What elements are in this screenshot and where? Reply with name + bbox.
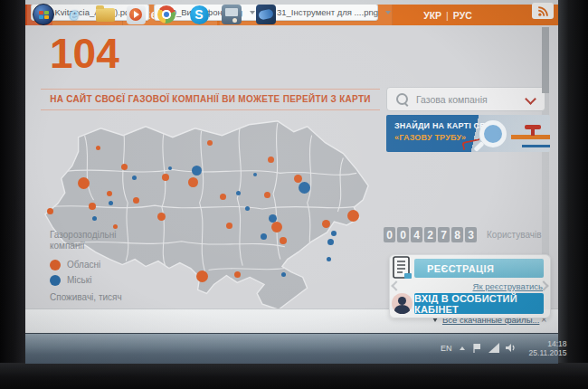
map-marker[interactable] [96, 146, 100, 150]
map-marker[interactable] [188, 177, 198, 187]
map-marker[interactable] [192, 166, 202, 176]
map-marker[interactable] [220, 194, 226, 200]
map-marker[interactable] [299, 182, 310, 194]
rss-icon [537, 5, 549, 17]
map-marker[interactable] [47, 208, 53, 214]
how-to-register-link[interactable]: Як реєструватись [414, 281, 543, 291]
map-marker[interactable] [236, 191, 241, 195]
speaker-icon[interactable] [506, 343, 517, 353]
map-marker[interactable] [331, 231, 337, 236]
taskbar-explorer[interactable] [94, 4, 116, 25]
map-marker[interactable] [347, 210, 359, 222]
map-marker[interactable] [92, 216, 97, 221]
counter-digit: 3 [465, 227, 477, 242]
page-headline: НА САЙТ СВОЄЇ ГАЗОВОЇ КОМПАНІЇ ВИ МОЖЕТЕ… [41, 89, 380, 110]
legend-item-regional: Обласні [50, 260, 122, 270]
language-switcher: УКР | РУС [412, 5, 484, 25]
map-marker[interactable] [107, 191, 112, 196]
banner-line2: «ГАЗОВУ ТРУБУ» [394, 133, 466, 142]
tray-time: 14:18 [547, 339, 566, 348]
action-center-flag-icon[interactable] [472, 343, 482, 354]
map-marker[interactable] [281, 272, 286, 277]
carousel-left-icon[interactable] [391, 280, 401, 290]
chevron-down-icon [525, 93, 536, 105]
start-button[interactable] [33, 4, 54, 25]
counter-label: Користувачів [487, 230, 542, 240]
taskbar-app-presenter[interactable] [221, 4, 242, 25]
lang-rus[interactable]: РУС [453, 10, 472, 21]
counter-digit: 4 [411, 227, 422, 242]
windows-orb-icon [33, 4, 54, 25]
map-marker[interactable] [113, 224, 118, 229]
bezel-bottom [0, 363, 588, 389]
gas-pipe-banner[interactable]: ЗНАЙДИ НА КАРТІ СВОЮ «ГАЗОВУ ТРУБУ» [386, 115, 550, 152]
map-marker[interactable] [78, 177, 90, 189]
users-counter: 0 0 4 2 7 8 3 Користувачів [384, 227, 542, 242]
counter-digit: 2 [424, 227, 436, 242]
skype-icon: S [190, 5, 209, 24]
map-marker[interactable] [121, 164, 128, 170]
map-marker[interactable] [207, 140, 213, 146]
photo-of-projected-screen: УВІЙТИ РЕЄСТРАЦІЯ Пошук УКР | РУС 104 НА… [0, 0, 588, 389]
bezel-left [0, 0, 25, 389]
personal-cabinet-login-button[interactable]: ВХІД В ОСОБИСТИЙ КАБІНЕТ [414, 293, 544, 314]
map-marker[interactable] [226, 223, 232, 229]
map-marker[interactable] [109, 201, 113, 205]
map-marker[interactable] [132, 176, 137, 180]
map-marker[interactable] [322, 220, 330, 228]
presenter-app-icon [222, 5, 242, 24]
download-file-image-2[interactable]: 31_Інструмент для ....png [264, 4, 378, 21]
map-marker[interactable] [162, 174, 169, 181]
map-marker[interactable] [264, 192, 270, 198]
scrollbar-thumb[interactable] [542, 27, 549, 93]
rss-button[interactable] [532, 3, 554, 19]
counter-digit: 8 [451, 227, 463, 242]
map-marker[interactable] [261, 233, 267, 240]
city-dot-icon [50, 275, 61, 286]
map-marker[interactable] [294, 175, 302, 183]
taskbar-app-viewer[interactable] [255, 4, 277, 25]
map-marker[interactable] [253, 173, 257, 176]
map-marker[interactable] [268, 157, 274, 163]
select-search-icon [396, 93, 408, 105]
headline-text: НА САЙТ СВОЄЇ ГАЗОВОЇ КОМПАНІЇ ВИ МОЖЕТЕ… [50, 94, 371, 104]
taskbar-chrome[interactable] [156, 4, 177, 25]
map-marker[interactable] [327, 257, 331, 261]
map-marker[interactable] [168, 166, 172, 170]
lang-ukr[interactable]: УКР [423, 10, 441, 21]
map-marker[interactable] [133, 197, 139, 204]
counter-digit: 0 [397, 227, 409, 242]
file-menu-caret-icon[interactable] [385, 11, 391, 14]
tray-language-indicator[interactable]: EN [441, 344, 452, 353]
counter-digit: 7 [438, 227, 450, 242]
map-marker[interactable] [196, 270, 208, 282]
map-marker[interactable] [280, 237, 287, 244]
tray-date: 25.11.2015 [529, 348, 567, 357]
regional-dot-icon [50, 260, 61, 270]
taskbar-media-player[interactable] [125, 4, 147, 25]
media-player-icon [127, 5, 146, 24]
bezel-right [558, 0, 588, 389]
map-marker[interactable] [89, 203, 96, 210]
legend-title: Газорозподільні компанії [50, 230, 122, 251]
site-logo[interactable]: 104 [50, 29, 119, 78]
select-placeholder: Газова компанія [416, 94, 488, 105]
map-marker[interactable] [245, 206, 250, 211]
taskbar-internet-explorer[interactable]: e [63, 4, 85, 25]
taskbar-skype[interactable]: S [188, 4, 210, 25]
system-tray: EN 14:18 25.11.2015 [441, 333, 567, 363]
tray-hidden-icons-caret[interactable] [460, 346, 465, 350]
folder-icon [96, 8, 115, 22]
banner-magnifier-icon [479, 120, 507, 147]
map-marker[interactable] [327, 239, 334, 245]
counter-digit: 0 [384, 227, 395, 242]
register-panel-button[interactable]: РЕЄСТРАЦІЯ [414, 259, 544, 278]
network-icon[interactable] [488, 343, 499, 353]
gas-company-select[interactable]: Газова компанія [386, 87, 545, 111]
chrome-icon [157, 5, 175, 24]
ie-icon: e [70, 5, 80, 24]
tray-clock[interactable]: 14:18 25.11.2015 [524, 339, 567, 357]
map-marker[interactable] [234, 271, 241, 278]
map-marker[interactable] [271, 222, 282, 232]
map-marker[interactable] [157, 213, 166, 221]
